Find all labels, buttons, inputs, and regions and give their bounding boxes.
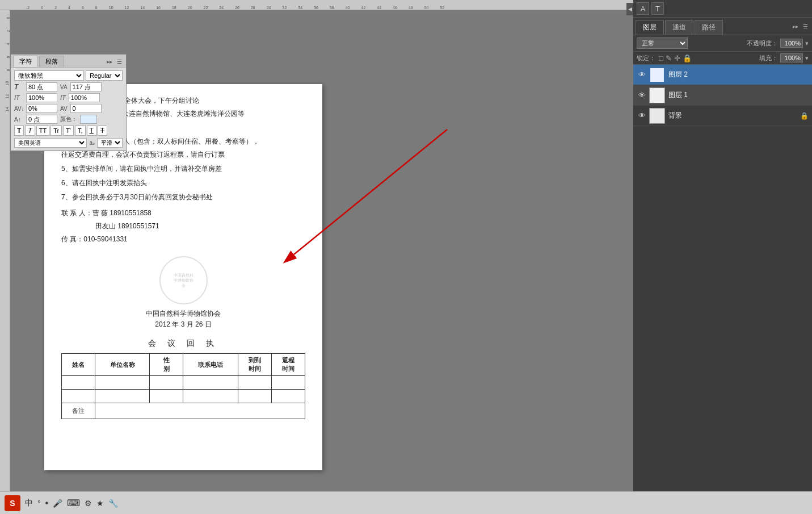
format-italic[interactable]: T	[25, 126, 35, 136]
bg-layer-visibility-icon[interactable]: 👁	[637, 111, 647, 121]
ime-dot-icon[interactable]: °	[37, 499, 41, 508]
layer-item-2[interactable]: 👁 图层 2	[633, 65, 812, 85]
reply-note-label: 备注	[62, 403, 95, 419]
ime-chinese-icon[interactable]: 中	[25, 498, 33, 508]
aa-label: aₐ	[89, 140, 95, 146]
layer-1-name: 图层 1	[668, 90, 809, 100]
lock-icons: □ ✎ ✛ 🔒	[659, 54, 692, 62]
lock-row: 锁定： □ ✎ ✛ 🔒 填充： ▾	[633, 52, 812, 65]
layer-item-bg[interactable]: 👁 背景 🔒	[633, 106, 812, 126]
reply-header-return: 返程时间	[271, 354, 305, 376]
stamp-org: 中国自然科学博物馆协会	[61, 309, 305, 319]
anti-alias-select[interactable]: 平滑	[97, 138, 123, 148]
reply-row-2	[62, 390, 305, 403]
doc-contact-2: 田友山 18910551571	[61, 221, 305, 232]
format-tt[interactable]: TT	[36, 126, 49, 136]
reply-header-name: 姓名	[62, 354, 95, 376]
lock-move-icon[interactable]: ✛	[674, 54, 680, 62]
ruler-left: 0 2 4 6 8 10 12 14	[0, 10, 10, 491]
format-subscript[interactable]: T,	[75, 126, 86, 136]
kerning-input[interactable]	[70, 104, 102, 113]
layer-item-1[interactable]: 👁 图层 1	[633, 85, 812, 106]
lock-brush-icon[interactable]: ✎	[666, 54, 672, 62]
fill-label: 填充：	[759, 54, 778, 62]
font-size-input[interactable]	[26, 82, 57, 91]
doc-fax: 传 真：010-59041331	[61, 234, 305, 245]
bg-layer-name: 背景	[668, 111, 800, 120]
stamp-text: 中国自然科学博物馆协会	[174, 273, 193, 288]
fill-arrow[interactable]: ▾	[805, 55, 809, 62]
panel-collapse-btn[interactable]: ◀	[626, 3, 633, 15]
font-style-select[interactable]: Regular	[86, 70, 123, 81]
reply-title: 会 议 回 执	[61, 339, 305, 349]
doc-line-8: 7、参会回执务必于3月30日前传真回复协会秘书处	[61, 192, 305, 203]
reply-table: 姓名 单位名称 性别 联系电话 到到时间 返程时间	[61, 353, 305, 419]
color-swatch[interactable]	[80, 115, 97, 124]
char-panel-body: 微软雅黑 Regular T VA IT IT AV↓ AV	[11, 68, 126, 151]
opacity-arrow[interactable]: ▾	[805, 40, 809, 47]
format-superscript[interactable]: T'	[63, 126, 74, 136]
opacity-input[interactable]	[780, 39, 803, 48]
tab-layers[interactable]: 图层	[636, 20, 664, 35]
reply-header-arrive: 到到时间	[238, 354, 271, 376]
panel-tool-row: A T	[633, 0, 812, 18]
stamp-circle: 中国自然科学博物馆协会	[159, 256, 208, 304]
reply-header-phone: 联系电话	[183, 354, 238, 376]
layers-expand-icon[interactable]: ▸▸	[791, 23, 800, 30]
format-buttons: T T TT Tr T' T, T T	[14, 126, 123, 136]
tracking-input[interactable]	[26, 104, 57, 113]
char-tab[interactable]: 字符	[13, 56, 38, 67]
ime-wrench-icon[interactable]: 🔧	[108, 499, 118, 508]
ime-bullet-icon[interactable]: •	[45, 498, 49, 508]
fill-row: 填充： ▾	[759, 53, 809, 62]
right-panel: ◀ A T 图层 通道 路径 ▸▸ ☰ 正常 不透明度： ▾ 锁定： □ ✎ ✛…	[633, 0, 812, 514]
layer-2-name: 图层 2	[668, 70, 809, 80]
reply-header-gender: 性别	[150, 354, 183, 376]
scale-v-input[interactable]	[26, 93, 57, 102]
tab-channels[interactable]: 通道	[665, 20, 693, 35]
lock-checkerboard-icon[interactable]: □	[659, 54, 663, 62]
char-panel-expand[interactable]: ▸▸	[105, 58, 114, 65]
format-bold[interactable]: T	[14, 126, 24, 136]
scale-v-icon: IT	[14, 94, 24, 101]
format-underline[interactable]: T	[87, 126, 96, 136]
tool-aa-btn[interactable]: A	[637, 2, 649, 15]
para-tab[interactable]: 段落	[39, 56, 64, 67]
ruler-ticks: -2 0 2 4 6 8 10 12 14 16 18 20 22 24 26 …	[0, 0, 450, 10]
ime-mic-icon[interactable]: 🎤	[53, 499, 62, 508]
layer-1-visibility-icon[interactable]: 👁	[637, 90, 647, 101]
char-panel-tabs: 字符 段落 ▸▸ ☰	[11, 55, 126, 68]
baseline-input[interactable]	[26, 115, 57, 124]
color-label: 颜色：	[59, 115, 78, 123]
format-strikethrough[interactable]: T	[98, 126, 107, 136]
tool-t-btn[interactable]: T	[651, 2, 664, 15]
scale-h-icon: IT	[59, 94, 67, 101]
ime-s-btn[interactable]: S	[5, 495, 20, 511]
mode-opacity-row: 正常 不透明度： ▾	[633, 35, 812, 52]
layer-1-thumb	[649, 87, 665, 103]
ime-keyboard-icon[interactable]: ⌨	[67, 498, 80, 508]
bg-layer-thumb	[649, 108, 665, 124]
stamp-area: 中国自然科学博物馆协会	[61, 256, 305, 304]
ime-star-icon[interactable]: ★	[96, 499, 104, 508]
layers-tabs: 图层 通道 路径 ▸▸ ☰	[633, 18, 812, 35]
lock-all-icon[interactable]: 🔒	[683, 54, 692, 62]
doc-line-6: 5、如需安排单间，请在回执中注明，并请补交单房差	[61, 164, 305, 174]
tab-paths[interactable]: 路径	[695, 20, 723, 35]
layer-2-visibility-icon[interactable]: 👁	[637, 70, 647, 80]
ime-config-icon[interactable]: ⚙	[85, 499, 92, 508]
stamp-date: 2012 年 3 月 26 日	[61, 320, 305, 329]
doc-contact-1: 联 系 人：曹 薇 18910551858	[61, 208, 305, 219]
status-bar: S 中 ° • 🎤 ⌨ ⚙ ★ 🔧	[0, 491, 812, 514]
blend-mode-select[interactable]: 正常	[637, 37, 688, 49]
char-panel-menu[interactable]: ☰	[115, 58, 124, 65]
lock-label: 锁定：	[637, 54, 655, 62]
scale-h-input[interactable]	[69, 93, 100, 102]
font-family-select[interactable]: 微软雅黑	[14, 70, 84, 81]
format-tr[interactable]: Tr	[51, 126, 62, 136]
language-select[interactable]: 美国英语	[14, 138, 87, 148]
layers-menu-icon[interactable]: ☰	[801, 23, 810, 30]
line-height-input[interactable]	[70, 82, 102, 91]
fill-input[interactable]	[780, 53, 803, 62]
language-row: 美国英语 aₐ 平滑	[14, 138, 123, 148]
